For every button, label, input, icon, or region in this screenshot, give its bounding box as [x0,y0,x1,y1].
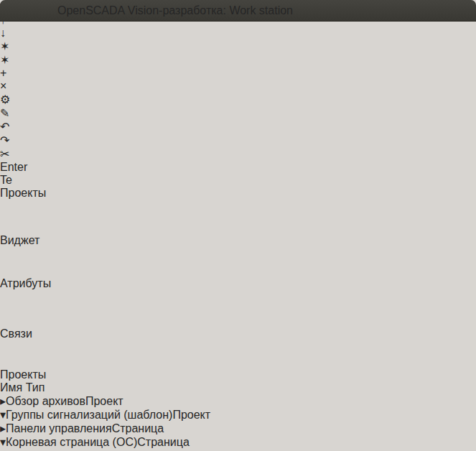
undo-button[interactable]: ↶ [0,120,476,134]
maximize-button[interactable] [40,5,52,17]
form-elements-icon: Enter [0,161,27,173]
cut-button[interactable]: ✂ [0,147,476,161]
redo-icon: ↷ [0,134,9,147]
minimize-button[interactable] [23,5,34,17]
project-tree-row[interactable]: ▸Панели управленияСтраница [0,422,476,435]
edit-item-icon: ✎ [0,107,9,119]
form-elements-button[interactable]: Enter [0,161,476,174]
side-tab-attributes[interactable]: Атрибуты [0,277,476,327]
row-name-cell: ▸Панели управления [0,422,112,434]
project-tree-row[interactable]: ▸Обзор архивовПроект [0,394,476,408]
side-tab-projects[interactable]: Проекты [0,187,476,234]
row-name-cell: ▸Обзор архивов [0,395,85,407]
project-tree-row[interactable]: ▾Группы сигнализаций (шаблон)Проект [0,408,476,422]
text-element-button[interactable]: Te [0,174,476,187]
redo-button[interactable]: ↷ [0,134,476,147]
item-properties-button[interactable]: ⚙ [0,93,476,106]
workspace: ПроектыВиджетАтрибутыСвязи Проекты Имя Т… [0,187,476,451]
cut-icon: ✂ [0,148,9,160]
row-name-cell: ▾Корневая страница (ОС) [0,436,137,448]
titlebar[interactable]: OpenSCADA Vision-разработка: Work statio… [0,0,476,22]
close-button[interactable] [6,5,17,17]
row-label: Корневая страница (ОС) [6,436,137,448]
add-item-button[interactable]: + [0,67,476,80]
text-element-icon: Te [0,174,12,186]
save-db-icon: ↓ [0,27,6,39]
new-project-icon: ✶ [0,40,9,52]
column-header-name[interactable]: Имя [0,381,22,394]
add-item-icon: + [0,67,6,79]
expander-icon[interactable]: ▸ [0,395,6,407]
delete-item-button[interactable]: × [0,80,476,93]
expander-icon[interactable]: ▾ [0,436,6,448]
expander-icon[interactable]: ▾ [0,409,6,421]
item-properties-icon: ⚙ [0,93,10,106]
main-window: OpenSCADA Vision-разработка: Work statio… [0,0,476,451]
undo-icon: ↶ [0,121,9,133]
side-tab-strip: ПроектыВиджетАтрибутыСвязи [0,187,476,368]
side-tab-links[interactable]: Связи [0,327,476,368]
projects-panel: Проекты Имя Тип ▸Обзор архивовПроект▾Гру… [0,368,476,451]
window-title: OpenSCADA Vision-разработка: Work statio… [57,4,293,17]
delete-item-icon: × [0,80,6,92]
row-type: Проект [172,409,210,421]
row-type: Страница [112,422,164,434]
project-tree-row[interactable]: ▾Корневая страница (ОС)Страница [0,435,476,449]
projects-tree: Имя Тип ▸Обзор архивовПроект▾Группы сигн… [0,381,476,451]
new-widget-button[interactable]: ✶ [0,53,476,67]
projects-tree-header: Имя Тип [0,381,476,394]
row-type: Страница [137,436,190,448]
projects-panel-title: Проекты [0,368,46,381]
save-db-button[interactable]: ↓ [0,27,476,39]
row-label: Группы сигнализаций (шаблон) [6,409,172,421]
row-label: Панели управления [6,422,112,434]
expander-icon[interactable]: ▸ [0,422,6,434]
edit-item-button[interactable]: ✎ [0,106,476,120]
projects-tree-rows: ▸Обзор архивовПроект▾Группы сигнализаций… [0,394,476,451]
toolbar: ▶↑↓✶✶+×⚙✎↶↷✂EnterTe [0,0,476,187]
side-tab-widget[interactable]: Виджет [0,234,476,277]
row-name-cell: ▾Группы сигнализаций (шаблон) [0,409,172,421]
row-label: Обзор архивов [6,395,85,407]
column-header-type[interactable]: Тип [26,381,45,394]
new-project-button[interactable]: ✶ [0,39,476,53]
projects-panel-titlebar: Проекты [0,368,476,381]
row-type: Проект [85,395,123,407]
new-widget-icon: ✶ [0,54,9,66]
